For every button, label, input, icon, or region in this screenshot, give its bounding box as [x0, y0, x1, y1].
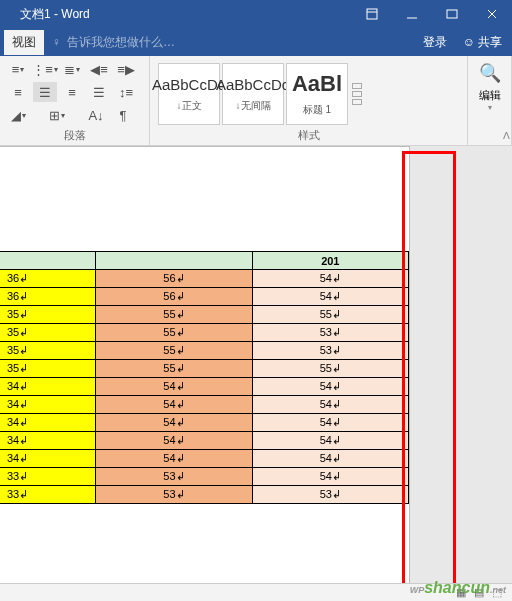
table-cell[interactable]: 35↲ [0, 360, 96, 378]
paragraph-group: ≡▾ ⋮≡▾ ≣▾ ◀≡ ≡▶ ≡ ☰ ≡ ☰ ↕≡ ◢▾ ⊞▾ A↓ ¶ 段落 [0, 56, 150, 145]
minimize-icon[interactable] [392, 0, 432, 28]
table-cell[interactable]: 53↲ [252, 324, 408, 342]
data-table: 2014 201 540↲36↲56↲54↲540↲36↲56↲54↲539↲3… [0, 251, 409, 504]
table-cell[interactable]: 53↲ [96, 486, 252, 504]
table-cell[interactable]: 54↲ [252, 468, 408, 486]
table-cell[interactable]: 34↲ [0, 450, 96, 468]
table-row: 540↲36↲56↲54↲ [0, 270, 409, 288]
table-cell[interactable]: 33↲ [0, 486, 96, 504]
shading-icon[interactable]: ◢▾ [6, 105, 30, 125]
align-left-icon[interactable]: ≡ [6, 82, 30, 102]
table-cell[interactable]: 55↲ [96, 306, 252, 324]
table-cell[interactable]: 35↲ [0, 342, 96, 360]
tab-view[interactable]: 视图 [4, 30, 44, 55]
table-cell[interactable]: 54↲ [252, 288, 408, 306]
table-cell[interactable]: 53↲ [252, 342, 408, 360]
style-heading1[interactable]: AaBl 标题 1 [286, 63, 348, 125]
table-header-row: 2014 201 [0, 252, 409, 270]
style-normal[interactable]: AaBbCcDd ↓正文 [158, 63, 220, 125]
table-row: 539↲35↲55↲53↲ [0, 324, 409, 342]
table-cell[interactable]: 54↲ [252, 270, 408, 288]
ribbon-display-icon[interactable] [352, 0, 392, 28]
justify-icon[interactable]: ☰ [87, 82, 111, 102]
table-cell[interactable]: 54↲ [252, 432, 408, 450]
table-row: 539↲35↲55↲55↲ [0, 360, 409, 378]
table-cell[interactable]: 36↲ [0, 270, 96, 288]
table-cell[interactable]: 54↲ [96, 450, 252, 468]
show-marks-icon[interactable]: ¶ [111, 105, 135, 125]
col-header[interactable] [96, 252, 252, 270]
table-row: 539↲35↲55↲55↲ [0, 306, 409, 324]
table-row: 537↲33↲53↲53↲ [0, 486, 409, 504]
group-label: 样式 [150, 128, 467, 143]
borders-icon[interactable]: ⊞▾ [33, 105, 81, 125]
table-cell[interactable]: 34↲ [0, 414, 96, 432]
bullets-icon[interactable]: ≡▾ [6, 59, 30, 79]
share-button[interactable]: ☺ 共享 [457, 30, 508, 55]
annotation-box [402, 151, 456, 583]
watermark: WPshancun.net [410, 579, 506, 597]
table-row: 538↲34↲54↲54↲ [0, 450, 409, 468]
document-area[interactable]: 2014 201 540↲36↲56↲54↲540↲36↲56↲54↲539↲3… [0, 146, 512, 583]
align-center-icon[interactable]: ☰ [33, 82, 57, 102]
table-cell[interactable]: 34↲ [0, 396, 96, 414]
table-row: 538↲34↲54↲54↲ [0, 378, 409, 396]
styles-group: AaBbCcDd ↓正文 AaBbCcDd ↓无间隔 AaBl 标题 1 样式 [150, 56, 468, 145]
indent-left-icon[interactable]: ◀≡ [87, 59, 111, 79]
ribbon: ≡▾ ⋮≡▾ ≣▾ ◀≡ ≡▶ ≡ ☰ ≡ ☰ ↕≡ ◢▾ ⊞▾ A↓ ¶ 段落… [0, 56, 512, 146]
table-cell[interactable]: 34↲ [0, 432, 96, 450]
table-row: 538↲34↲54↲54↲ [0, 432, 409, 450]
edit-label[interactable]: 编辑 [479, 88, 501, 103]
multilevel-icon[interactable]: ≣▾ [60, 59, 84, 79]
menu-bar: 视图 ♀ 告诉我您想做什么… 登录 ☺ 共享 [0, 28, 512, 56]
table-row: 539↲35↲55↲53↲ [0, 342, 409, 360]
table-cell[interactable]: 55↲ [96, 324, 252, 342]
svg-rect-0 [367, 9, 377, 19]
table-cell[interactable]: 35↲ [0, 324, 96, 342]
table-row: 537↲33↲53↲54↲ [0, 468, 409, 486]
table-row: 538↲34↲54↲54↲ [0, 414, 409, 432]
table-cell[interactable]: 54↲ [252, 450, 408, 468]
table-cell[interactable]: 56↲ [96, 270, 252, 288]
table-cell[interactable]: 54↲ [96, 396, 252, 414]
numbering-icon[interactable]: ⋮≡▾ [33, 59, 57, 79]
table-cell[interactable]: 55↲ [96, 342, 252, 360]
table-cell[interactable]: 54↲ [96, 432, 252, 450]
col-header[interactable] [0, 252, 96, 270]
window-controls [352, 0, 512, 28]
table-cell[interactable]: 33↲ [0, 468, 96, 486]
table-cell[interactable]: 54↲ [252, 396, 408, 414]
table-cell[interactable]: 53↲ [252, 486, 408, 504]
table-cell[interactable]: 55↲ [96, 360, 252, 378]
table-cell[interactable]: 54↲ [96, 378, 252, 396]
indent-right-icon[interactable]: ≡▶ [114, 59, 138, 79]
table-cell[interactable]: 55↲ [252, 306, 408, 324]
lightbulb-icon: ♀ [52, 35, 61, 49]
table-row: 538↲34↲54↲54↲ [0, 396, 409, 414]
table-cell[interactable]: 36↲ [0, 288, 96, 306]
window-title: 文档1 - Word [0, 6, 352, 23]
page: 2014 201 540↲36↲56↲54↲540↲36↲56↲54↲539↲3… [0, 146, 410, 583]
table-cell[interactable]: 54↲ [252, 378, 408, 396]
table-cell[interactable]: 55↲ [252, 360, 408, 378]
maximize-icon[interactable] [432, 0, 472, 28]
sort-icon[interactable]: A↓ [84, 105, 108, 125]
table-cell[interactable]: 53↲ [96, 468, 252, 486]
align-right-icon[interactable]: ≡ [60, 82, 84, 102]
table-cell[interactable]: 35↲ [0, 306, 96, 324]
table-cell[interactable]: 34↲ [0, 378, 96, 396]
group-label: 段落 [0, 128, 149, 143]
login-button[interactable]: 登录 [415, 30, 455, 55]
styles-expand-icon[interactable] [350, 63, 364, 125]
table-row: 540↲36↲56↲54↲ [0, 288, 409, 306]
style-nospacing[interactable]: AaBbCcDd ↓无间隔 [222, 63, 284, 125]
col-header[interactable]: 201 [252, 252, 408, 270]
table-cell[interactable]: 54↲ [252, 414, 408, 432]
tell-me[interactable]: ♀ 告诉我您想做什么… [44, 34, 415, 51]
line-spacing-icon[interactable]: ↕≡ [114, 82, 138, 102]
collapse-ribbon-icon[interactable]: ᐱ [503, 130, 510, 141]
find-icon[interactable]: 🔍 [479, 62, 501, 84]
table-cell[interactable]: 56↲ [96, 288, 252, 306]
close-icon[interactable] [472, 0, 512, 28]
table-cell[interactable]: 54↲ [96, 414, 252, 432]
